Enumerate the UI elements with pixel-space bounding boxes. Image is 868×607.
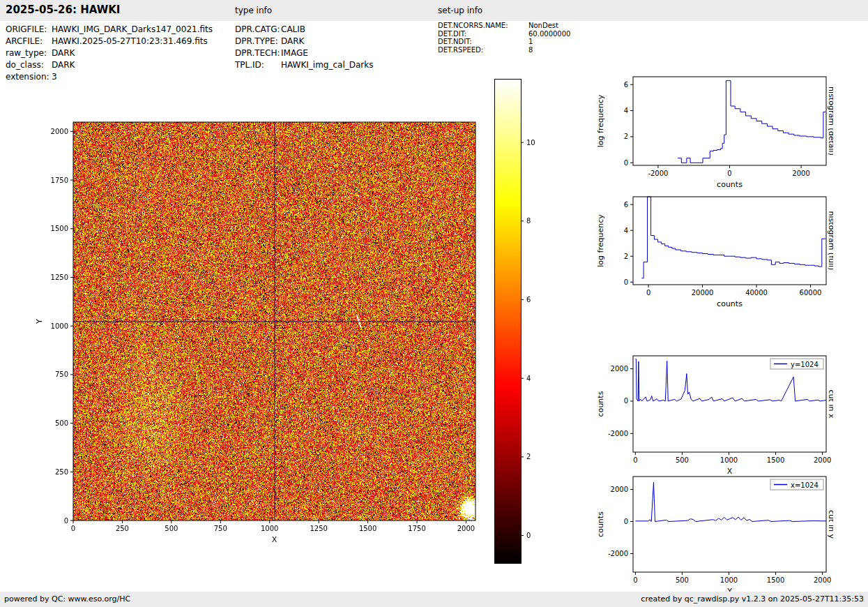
meta-value: 3 (52, 72, 57, 82)
svg-text:1000: 1000 (51, 322, 68, 330)
svg-text:2000: 2000 (814, 456, 831, 464)
svg-text:0: 0 (633, 456, 637, 464)
meta-label: do_class: (6, 60, 52, 70)
svg-text:log frequency: log frequency (596, 94, 605, 147)
svg-text:4: 4 (624, 227, 628, 234)
meta-row-rspeed: DET.RSPEED: 8 (438, 46, 570, 54)
svg-text:1000: 1000 (720, 576, 738, 584)
svg-text:1500: 1500 (359, 525, 376, 532)
svg-text:y=1024: y=1024 (791, 361, 818, 368)
svg-text:40000: 40000 (745, 289, 768, 297)
svg-text:1250: 1250 (310, 525, 327, 532)
meta-value: CALIB (281, 24, 305, 34)
svg-text:1500: 1500 (51, 225, 68, 232)
meta-row-ndit: DET.NDIT: 1 (438, 38, 570, 46)
meta-value: HAWKI_IMG_DARK_Darks147_0021.fits (52, 24, 213, 34)
header-bar: 2025-05-26: HAWKI type info set-up info (0, 0, 868, 21)
meta-label: DET.NCORRS.NAME: (438, 22, 528, 29)
meta-label: DPR.TECH: (235, 48, 281, 58)
meta-label: DET.DIT: (438, 30, 528, 38)
meta-label: DET.NDIT: (438, 38, 528, 45)
meta-value: DARK (52, 48, 75, 58)
svg-text:250: 250 (116, 525, 129, 532)
svg-text:-2000: -2000 (608, 430, 628, 437)
svg-text:counts: counts (596, 391, 605, 417)
meta-row-dprtype: DPR.TYPE: DARK (235, 35, 374, 47)
svg-text:-2000: -2000 (608, 550, 628, 557)
svg-text:8: 8 (526, 217, 531, 225)
meta-label: DET.RSPEED: (438, 46, 528, 54)
svg-text:1250: 1250 (51, 273, 68, 281)
svg-text:2: 2 (624, 133, 628, 140)
setup-info-block: DET.NCORRS.NAME: NonDest DET.DIT: 60.000… (438, 22, 570, 54)
footer-powered-by: powered by QC: www.eso.org/HC (4, 594, 130, 604)
meta-label: ARCFILE: (6, 36, 52, 46)
svg-text:750: 750 (55, 370, 68, 378)
svg-text:10: 10 (526, 139, 535, 147)
svg-text:60000: 60000 (800, 289, 822, 297)
svg-text:1000: 1000 (720, 456, 738, 464)
svg-text:2000: 2000 (611, 365, 628, 373)
meta-label: DPR.CATG: (235, 24, 281, 34)
svg-text:4: 4 (624, 107, 628, 114)
svg-text:2: 2 (526, 453, 531, 460)
svg-text:0: 0 (633, 576, 637, 584)
svg-text:cut in y: cut in y (827, 510, 833, 539)
meta-label: TPL.ID: (235, 60, 281, 70)
histogram-detail-plot: -2000020000246countslog frequencyhistogr… (589, 66, 833, 195)
svg-text:2: 2 (624, 253, 628, 260)
meta-label: DPR.TYPE: (235, 36, 281, 46)
meta-row-dprcatg: DPR.CATG: CALIB (235, 23, 374, 35)
svg-text:x=1024: x=1024 (791, 481, 818, 489)
svg-text:6: 6 (624, 201, 628, 209)
svg-text:histogram (full): histogram (full) (827, 211, 833, 271)
svg-text:2000: 2000 (792, 170, 809, 177)
svg-text:1750: 1750 (408, 525, 425, 532)
meta-row-rawtype: raw_type: DARK (6, 47, 213, 59)
svg-text:6: 6 (526, 296, 531, 304)
svg-text:0: 0 (624, 159, 628, 167)
svg-text:histogram (detail): histogram (detail) (827, 87, 833, 156)
svg-text:0: 0 (646, 289, 650, 297)
meta-label: extension: (6, 72, 52, 82)
svg-text:500: 500 (165, 525, 178, 532)
meta-row-dit: DET.DIT: 60.0000000 (438, 30, 570, 38)
svg-text:0: 0 (64, 517, 68, 525)
svg-text:250: 250 (55, 468, 68, 476)
svg-text:0: 0 (71, 525, 75, 532)
svg-text:log frequency: log frequency (596, 214, 605, 267)
meta-label: ORIGFILE: (6, 24, 52, 34)
setup-info-heading: set-up info (438, 6, 482, 15)
footer-created-by: created by qc_rawdisp.py v1.2.3 on 2025-… (641, 594, 864, 604)
meta-value: HAWKI.2025-05-27T10:23:31.469.fits (52, 36, 208, 46)
svg-text:2000: 2000 (51, 128, 68, 135)
svg-text:1500: 1500 (767, 576, 784, 584)
svg-text:0: 0 (624, 278, 628, 286)
svg-text:2000: 2000 (611, 486, 628, 493)
svg-text:Y: Y (35, 319, 44, 324)
svg-text:counts: counts (596, 511, 605, 537)
svg-text:6: 6 (624, 81, 628, 89)
svg-text:-2000: -2000 (648, 170, 668, 177)
svg-text:0: 0 (727, 170, 731, 177)
histogram-full-plot: 02000040000600000246countslog frequencyh… (589, 186, 833, 315)
svg-text:2000: 2000 (814, 576, 831, 584)
meta-row-dprtech: DPR.TECH: IMAGE (235, 47, 374, 59)
svg-text:cut in x: cut in x (827, 390, 833, 419)
meta-value: IMAGE (281, 48, 308, 58)
meta-label: raw_type: (6, 48, 52, 58)
dark-frame-image-plot: 0250500750100012501500175020000250500750… (28, 91, 488, 558)
qc-report-page: 2025-05-26: HAWKI type info set-up info … (0, 0, 868, 607)
type-info-block: DPR.CATG: CALIB DPR.TYPE: DARK DPR.TECH:… (235, 23, 374, 70)
meta-row-doclass: do_class: DARK (6, 59, 213, 70)
meta-row-tplid: TPL.ID: HAWKI_img_cal_Darks (235, 59, 374, 70)
svg-text:4: 4 (526, 375, 531, 382)
meta-value: 1 (528, 38, 533, 45)
colorbar: 0246810 (492, 75, 554, 567)
meta-value: NonDest (528, 22, 558, 29)
meta-row-ncorrs: DET.NCORRS.NAME: NonDest (438, 22, 570, 30)
svg-text:500: 500 (55, 419, 68, 427)
meta-value: DARK (52, 60, 75, 70)
svg-text:1750: 1750 (51, 177, 68, 184)
meta-value: HAWKI_img_cal_Darks (281, 60, 374, 70)
